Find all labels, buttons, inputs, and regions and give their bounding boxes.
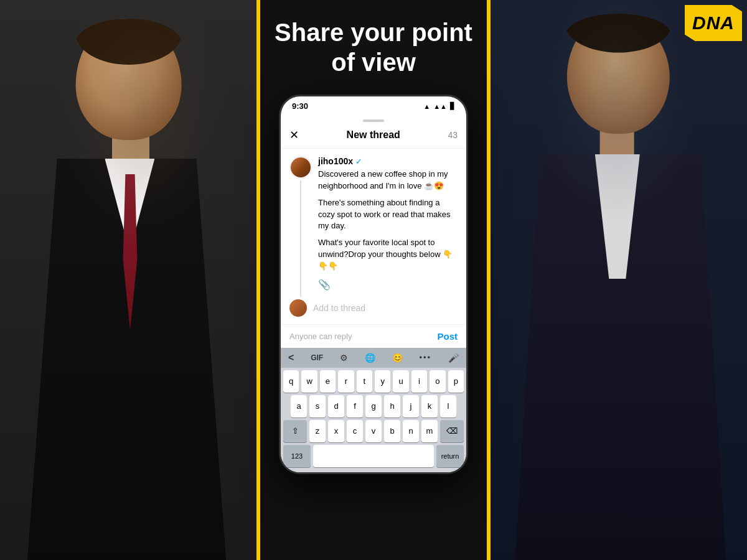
verified-icon: ✓ — [355, 157, 362, 166]
avatar-column — [289, 156, 312, 297]
keyboard-area: q w e r t y u i o p a s d f g — [281, 368, 466, 472]
key-e[interactable]: e — [320, 370, 336, 393]
left-person-bg — [0, 0, 261, 560]
keyboard-row-3: ⇧ z x c v b n m ⌫ — [283, 420, 464, 442]
post-row: jiho100x ✓ Discovered a new coffee shop … — [289, 156, 458, 297]
kb-emoji-btn[interactable]: 😊 — [392, 353, 403, 363]
thread-post-area: jiho100x ✓ Discovered a new coffee shop … — [281, 149, 466, 324]
key-c[interactable]: c — [347, 420, 363, 442]
key-z[interactable]: z — [309, 420, 326, 442]
key-q[interactable]: q — [283, 370, 299, 393]
drag-handle-bar — [363, 119, 384, 122]
post-content: jiho100x ✓ Discovered a new coffee shop … — [318, 156, 458, 297]
key-i[interactable]: i — [411, 370, 427, 393]
author-name: jiho100x — [318, 156, 353, 166]
tagline-text: Share your point of view — [260, 17, 487, 77]
key-shift[interactable]: ⇧ — [283, 420, 307, 442]
right-person-bg — [486, 0, 747, 560]
keyboard-toolbar: < GIF ⚙ 🌐 😊 ••• 🎤 — [281, 348, 466, 368]
key-f[interactable]: f — [347, 395, 363, 418]
kb-more-btn[interactable]: ••• — [419, 353, 431, 362]
kb-back-btn[interactable]: < — [288, 352, 294, 363]
key-backspace[interactable]: ⌫ — [440, 420, 464, 442]
keyboard-row-4: 123 return — [283, 445, 464, 467]
key-l[interactable]: l — [440, 395, 456, 418]
key-u[interactable]: u — [393, 370, 408, 393]
kb-gif-btn[interactable]: GIF — [311, 353, 323, 362]
author-avatar — [289, 156, 312, 179]
close-button[interactable]: ✕ — [289, 128, 299, 142]
key-v[interactable]: v — [365, 420, 382, 442]
signal-icon: ▲▲ — [433, 103, 447, 110]
key-b[interactable]: b — [384, 420, 400, 442]
kb-translate-btn[interactable]: 🌐 — [365, 353, 375, 363]
attachment-icon[interactable]: 📎 — [318, 279, 331, 291]
status-time: 9:30 — [292, 101, 308, 111]
key-r[interactable]: r — [338, 370, 354, 393]
char-count: 43 — [448, 130, 458, 140]
kb-mic-btn[interactable]: 🎤 — [448, 353, 459, 363]
kb-settings-btn[interactable]: ⚙ — [340, 353, 348, 363]
key-n[interactable]: n — [403, 420, 419, 442]
yellow-accent-left — [256, 0, 260, 560]
drag-handle-area — [281, 113, 466, 124]
key-m[interactable]: m — [421, 420, 438, 442]
thread-header: ✕ New thread 43 — [281, 124, 466, 149]
post-button[interactable]: Post — [437, 331, 458, 342]
key-p[interactable]: p — [448, 370, 464, 393]
key-w[interactable]: w — [301, 370, 317, 393]
keyboard-row-1: q w e r t y u i o p — [283, 370, 464, 393]
post-text-2: There's something about finding a cozy s… — [318, 197, 458, 233]
key-x[interactable]: x — [328, 420, 344, 442]
reply-permission-label: Anyone can reply — [289, 332, 352, 341]
center-panel: Share your point of view 9:30 ▲ ▲▲ ▊ ✕ N… — [260, 0, 487, 560]
key-s[interactable]: s — [309, 395, 326, 418]
phone-mockup: 9:30 ▲ ▲▲ ▊ ✕ New thread 43 — [279, 95, 468, 474]
keyboard-row-2: a s d f g h j k l — [283, 395, 464, 418]
key-k[interactable]: k — [421, 395, 438, 418]
wifi-icon: ▲ — [423, 103, 430, 110]
thread-app: ✕ New thread 43 jiho100x ✓ — [281, 113, 466, 472]
key-a[interactable]: a — [291, 395, 307, 418]
key-g[interactable]: g — [365, 395, 382, 418]
thread-footer: Anyone can reply Post — [281, 324, 466, 348]
key-o[interactable]: o — [430, 370, 445, 393]
status-icons: ▲ ▲▲ ▊ — [423, 102, 455, 110]
battery-icon: ▊ — [450, 102, 455, 110]
key-space[interactable] — [313, 445, 434, 467]
phone-status-bar: 9:30 ▲ ▲▲ ▊ — [281, 96, 466, 113]
post-text-3: What's your favorite local spot to unwin… — [318, 237, 458, 273]
add-thread-placeholder[interactable]: Add to thread — [313, 303, 365, 313]
author-row: jiho100x ✓ — [318, 156, 458, 166]
yellow-accent-right — [487, 0, 491, 560]
key-123[interactable]: 123 — [283, 445, 311, 467]
key-d[interactable]: d — [328, 395, 344, 418]
add-thread-row[interactable]: Add to thread — [289, 299, 458, 317]
key-t[interactable]: t — [357, 370, 372, 393]
add-thread-avatar — [289, 299, 307, 317]
dna-logo: DNA — [685, 5, 742, 41]
key-return[interactable]: return — [436, 445, 464, 467]
key-y[interactable]: y — [375, 370, 390, 393]
thread-title: New thread — [347, 129, 400, 141]
thread-connector-line — [300, 180, 301, 297]
key-h[interactable]: h — [384, 395, 400, 418]
dna-logo-text: DNA — [692, 12, 735, 34]
key-j[interactable]: j — [403, 395, 419, 418]
post-text-1: Discovered a new coffee shop in my neigh… — [318, 169, 458, 192]
